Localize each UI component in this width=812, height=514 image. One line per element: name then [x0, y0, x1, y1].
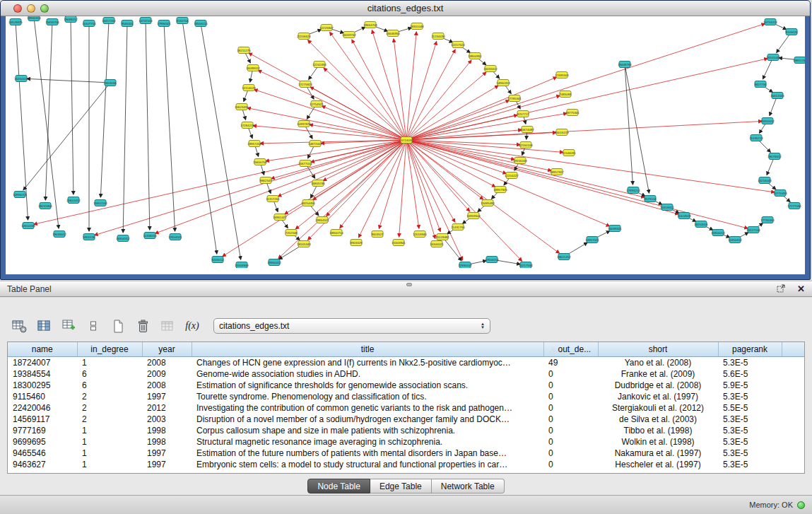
graph-node[interactable]: 17604521	[168, 234, 182, 240]
cell-name[interactable]: 9777169	[8, 425, 77, 436]
table-row[interactable]: 946554611997Estimation of the future num…	[8, 448, 805, 459]
graph-node[interactable]: 16088012	[246, 65, 260, 71]
graph-node[interactable]: 17284219	[240, 122, 254, 129]
citation-network-graph[interactable]: 6724091821127516088012121140292062343117…	[6, 16, 805, 268]
table-row[interactable]: 977716911998Corpus callosum shape and si…	[8, 425, 805, 436]
graph-node[interactable]: 18775341	[565, 110, 579, 116]
graph-node[interactable]: 18254456	[301, 200, 315, 206]
memory-indicator-icon[interactable]	[797, 501, 805, 509]
graph-node[interactable]: 9546301	[121, 21, 134, 27]
graph-node[interactable]: 16961427	[273, 214, 287, 221]
graph-node[interactable]: 16904312	[116, 235, 130, 242]
column-header-out_degree[interactable]: △out_de...	[543, 342, 598, 356]
cell-year[interactable]: 1998	[142, 436, 192, 448]
graph-node[interactable]: 17275823	[298, 81, 312, 88]
graph-node[interactable]: 12114029	[242, 85, 256, 91]
graph-node[interactable]: 11317261	[266, 196, 280, 202]
cell-name[interactable]: 19384554	[8, 368, 77, 380]
cell-year[interactable]: 1997	[142, 459, 192, 470]
cell-in_degree[interactable]: 2	[77, 402, 142, 414]
graph-node[interactable]: 14872007	[308, 141, 322, 147]
graph-node[interactable]: 14216043	[758, 177, 772, 184]
column-header-title[interactable]: title	[192, 342, 543, 356]
cell-pagerank[interactable]: 5.3E-5	[718, 391, 782, 402]
cell-out_degree[interactable]: 0	[543, 391, 598, 402]
graph-node[interactable]: 20677014	[298, 160, 312, 167]
graph-node[interactable]: 10997870	[297, 121, 311, 127]
graph-node[interactable]: 15343941	[392, 240, 406, 246]
graph-node[interactable]: 10994213	[13, 192, 27, 198]
graph-node[interactable]: 8903329	[350, 240, 363, 246]
graph-node[interactable]: 19035612	[52, 231, 66, 238]
graph-node[interactable]: 16805746	[311, 180, 325, 187]
cell-title[interactable]: Structural magnetic resonance image aver…	[192, 436, 543, 448]
graph-node[interactable]: 7252348	[285, 230, 298, 236]
cell-pagerank[interactable]: 5.3E-5	[718, 425, 782, 436]
graph-node[interactable]: 15343909	[235, 262, 249, 269]
cell-name[interactable]: 9465546	[8, 448, 77, 459]
graph-node[interactable]: 12225847	[319, 25, 334, 31]
graph-node[interactable]: 16260614	[14, 76, 28, 82]
cell-out_degree[interactable]: 0	[543, 448, 598, 459]
graph-node[interactable]: 16016219	[555, 129, 569, 136]
graph-node[interactable]: 15456704	[45, 19, 59, 25]
cell-year[interactable]: 1998	[142, 425, 192, 436]
table-row[interactable]: 1830029562008Estimation of significance …	[8, 380, 805, 391]
graph-node[interactable]: 16959503	[466, 213, 481, 219]
table-row[interactable]: 1872400712008Changes of HCN gene express…	[8, 356, 805, 368]
cell-pagerank[interactable]: 5.3E-5	[718, 448, 782, 459]
cell-name[interactable]: 9463627	[8, 459, 77, 470]
graph-node[interactable]: 14957021	[585, 237, 599, 243]
cell-out_degree[interactable]: 0	[543, 425, 598, 436]
cell-pagerank[interactable]: 5.3E-5	[718, 356, 782, 368]
graph-node[interactable]: 12610439	[21, 223, 35, 229]
cell-in_degree[interactable]: 2	[77, 414, 142, 425]
graph-node[interactable]: 18076612	[767, 153, 782, 160]
row-cells-icon[interactable]	[84, 317, 102, 335]
new-file-icon[interactable]	[109, 317, 127, 335]
graph-node[interactable]: 12754521	[310, 101, 324, 107]
cell-title[interactable]: Corpus callosum shape and size in male p…	[192, 425, 543, 436]
function-builder-icon[interactable]: f(x)	[183, 317, 201, 335]
graph-node[interactable]: 19101043	[766, 54, 780, 61]
graph-node[interactable]: 19448794	[618, 62, 632, 68]
cell-out_degree[interactable]: 0	[543, 436, 598, 448]
graph-node[interactable]: 11035213	[749, 135, 763, 141]
cell-short[interactable]: Jankovic et al. (1997)	[598, 391, 718, 402]
cell-in_degree[interactable]: 1	[77, 459, 142, 470]
cell-short[interactable]: Nakamura et al. (1997)	[598, 448, 718, 459]
tab-network-table[interactable]: Network Table	[432, 479, 505, 493]
graph-node[interactable]: 16417204	[102, 18, 116, 24]
cell-title[interactable]: Estimation of the future numbers of pati…	[192, 448, 543, 459]
table-row[interactable]: 969969511998Structural magnetic resonanc…	[8, 436, 805, 448]
cell-in_degree[interactable]: 6	[77, 368, 142, 380]
cell-title[interactable]: Genome-wide association studies in ADHD.	[192, 368, 543, 380]
cell-short[interactable]: Dudbridge et al. (2008)	[598, 380, 718, 391]
table-row[interactable]: 2242004622012Investigating the contribut…	[8, 402, 805, 414]
graph-node[interactable]: 18211275	[237, 47, 251, 54]
graph-node[interactable]: 11254430	[431, 33, 445, 40]
cell-in_degree[interactable]: 1	[77, 425, 142, 436]
cell-title[interactable]: Investigating the contribution of common…	[192, 402, 543, 414]
table-selector-dropdown[interactable]: citations_edges.txt ▲▼	[213, 318, 490, 334]
graph-node[interactable]: 17994321	[157, 21, 171, 27]
graph-node[interactable]: 12204227	[505, 173, 519, 179]
graph-node[interactable]: 14732104	[139, 18, 153, 24]
graph-node[interactable]: 16055612	[483, 66, 498, 72]
close-window-button[interactable]	[13, 4, 22, 13]
graph-node[interactable]: 17730453	[760, 217, 775, 223]
graph-node[interactable]: 2653056	[104, 80, 117, 86]
cell-out_degree[interactable]: 0	[543, 459, 598, 470]
graph-node[interactable]: 15128481	[435, 234, 449, 240]
graph-node[interactable]: 22206624	[297, 33, 311, 40]
graph-node[interactable]: 7485083	[559, 91, 572, 98]
graph-node[interactable]: 19664708	[363, 22, 377, 28]
graph-node[interactable]: 12450612	[728, 237, 742, 243]
graph-node[interactable]: 5905136	[83, 234, 95, 240]
network-canvas[interactable]: 6724091821127516088012121140292062343117…	[6, 16, 805, 274]
delete-icon[interactable]	[134, 317, 152, 335]
cell-name[interactable]: 9699695	[8, 436, 77, 448]
column-header-in_degree[interactable]: in_degree	[77, 342, 142, 356]
graph-node[interactable]: 9245012	[211, 257, 224, 263]
cell-name[interactable]: 14569117	[8, 414, 77, 425]
